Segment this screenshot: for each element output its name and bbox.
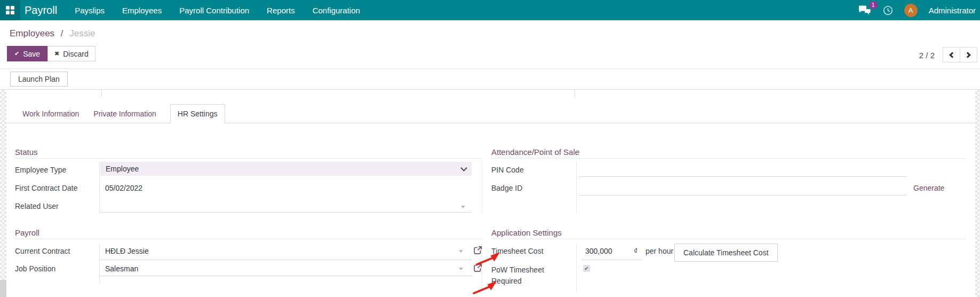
save-button[interactable]: ✔ Save	[7, 46, 47, 61]
x-icon: ✖	[54, 50, 59, 57]
launch-plan-button[interactable]: Launch Plan	[10, 72, 68, 87]
menu-item-configuration[interactable]: Configuration	[313, 6, 360, 15]
breadcrumb-current-record: Jessie	[69, 28, 95, 38]
check-icon: ✔	[14, 50, 19, 57]
related-user-field-underline[interactable]	[100, 212, 472, 213]
payroll-section-title: Payroll	[15, 228, 39, 237]
attendance-section-title: Attendance/Point of Sale	[491, 147, 579, 157]
breadcrumb: Employees / Jessie	[10, 28, 95, 39]
discard-button[interactable]: ✖ Discard	[47, 46, 95, 61]
menu-item-payslips[interactable]: Payslips	[75, 6, 105, 15]
employee-type-label: Employee Type	[15, 166, 66, 174]
employee-type-select[interactable]: Employee	[100, 162, 472, 176]
related-user-dropdown-caret-icon[interactable]	[461, 206, 465, 208]
control-panel-divider	[0, 68, 980, 69]
column-boundary-divider	[482, 162, 482, 214]
first-contract-date-label: First Contract Date	[15, 184, 77, 192]
application-settings-section-title: Application Settings	[491, 228, 562, 237]
badge-id-field-underline[interactable]	[579, 195, 907, 196]
chevron-down-icon	[460, 165, 467, 171]
record-pager-count: 2 / 2	[908, 51, 935, 60]
app-name[interactable]: Payroll	[25, 4, 57, 17]
user-avatar[interactable]: A	[904, 4, 918, 17]
job-position-field-underline	[100, 276, 472, 276]
status-section-rule	[15, 158, 482, 159]
per-hour-suffix: per hour	[646, 247, 673, 255]
timesheet-cost-input[interactable]: 300,000	[585, 247, 612, 255]
tab-hr-settings[interactable]: HR Settings	[170, 104, 225, 123]
top-menu: Payslips Employees Payroll Contribution …	[75, 6, 360, 15]
pin-code-field-underline[interactable]	[579, 176, 907, 177]
tab-work-information[interactable]: Work Information	[22, 104, 79, 123]
current-contract-label: Current Contract	[15, 247, 70, 255]
chevron-left-icon	[949, 52, 955, 58]
generate-badge-button[interactable]: Generate	[913, 184, 944, 192]
record-pager	[943, 47, 977, 62]
tab-private-information[interactable]: Private Information	[93, 104, 156, 123]
job-position-value[interactable]: Salesman	[105, 264, 138, 273]
pager-next-button[interactable]	[960, 47, 977, 62]
apps-grid-icon	[6, 6, 14, 14]
attendance-section-rule	[491, 158, 966, 159]
current-contract-value[interactable]: HĐLĐ Jessie	[105, 247, 149, 255]
job-position-dropdown-caret-icon[interactable]	[459, 268, 463, 270]
tab-bar: Work Information Private Information HR …	[0, 104, 980, 123]
left-scrollbar-thumb[interactable]	[0, 280, 6, 297]
activities-button[interactable]	[883, 5, 893, 15]
menu-item-employees[interactable]: Employees	[122, 6, 162, 15]
pow-timesheet-required-checkbox[interactable]: ✔	[583, 265, 590, 272]
apps-menu-button[interactable]	[0, 0, 20, 20]
current-contract-field-underline	[100, 260, 472, 260]
messages-count-badge: 1	[869, 1, 878, 9]
pin-code-label: PIN Code	[491, 166, 524, 174]
clock-icon	[883, 5, 893, 15]
breadcrumb-employees-link[interactable]: Employees	[10, 28, 54, 38]
pow-timesheet-required-label: PoW Timesheet Required	[491, 264, 554, 287]
chevron-right-icon	[965, 52, 970, 58]
related-user-label: Related User	[15, 202, 59, 210]
topbar-right-cluster: 1 A Administrator	[858, 4, 980, 17]
messages-button[interactable]: 1	[858, 5, 872, 15]
label-field-divider	[576, 244, 577, 292]
payroll-employee-form-page: Payroll Payslips Employees Payroll Contr…	[0, 0, 980, 297]
breadcrumb-separator: /	[61, 28, 63, 38]
status-section-title: Status	[15, 147, 38, 157]
label-field-divider	[99, 244, 100, 284]
column-divider-stub-left	[101, 90, 102, 97]
job-position-label: Job Position	[15, 264, 55, 273]
checkmark-icon: ✔	[584, 265, 588, 271]
menu-item-payroll-contribution[interactable]: Payroll Contribution	[179, 6, 249, 15]
sheet-top-divider	[0, 89, 980, 90]
user-name[interactable]: Administrator	[929, 6, 976, 15]
annotation-arrow-pow-required	[472, 279, 498, 295]
current-contract-dropdown-caret-icon[interactable]	[459, 250, 463, 253]
top-navbar: Payroll Payslips Employees Payroll Contr…	[0, 0, 980, 20]
calculate-timesheet-cost-button[interactable]: Calculate Timesheet Cost	[674, 244, 778, 262]
menu-item-reports[interactable]: Reports	[267, 6, 295, 15]
application-settings-section-rule	[491, 239, 966, 239]
annotation-arrow-timesheet-cost	[475, 251, 501, 267]
label-field-divider	[99, 162, 100, 214]
column-divider-stub-right	[575, 90, 575, 97]
pager-previous-button[interactable]	[943, 47, 960, 62]
payroll-section-rule	[15, 239, 482, 239]
label-field-divider	[576, 162, 577, 214]
first-contract-date-value: 05/02/2022	[105, 184, 142, 192]
badge-id-label: Badge ID	[491, 184, 522, 192]
currency-symbol: ₫	[634, 247, 638, 255]
timesheet-cost-field-underline	[581, 260, 642, 260]
